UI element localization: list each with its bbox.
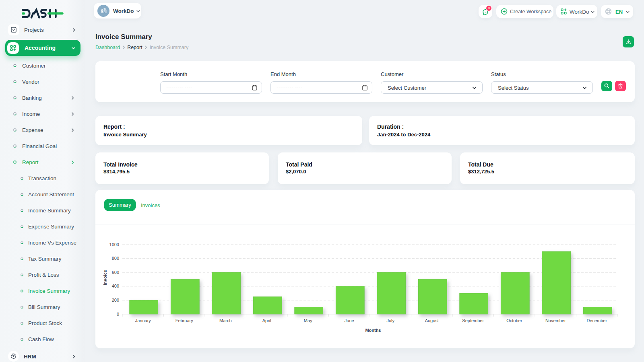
svg-text:200: 200 bbox=[112, 298, 119, 302]
svg-text:400: 400 bbox=[112, 284, 119, 288]
svg-text:March: March bbox=[219, 318, 232, 323]
svg-text:Invoice: Invoice bbox=[103, 270, 107, 285]
svg-text:June: June bbox=[345, 318, 354, 323]
svg-text:0: 0 bbox=[117, 312, 119, 317]
svg-text:December: December bbox=[586, 318, 607, 323]
svg-text:600: 600 bbox=[112, 270, 119, 275]
svg-text:August: August bbox=[425, 318, 439, 323]
svg-text:January: January bbox=[135, 318, 151, 323]
svg-text:Months: Months bbox=[365, 328, 381, 333]
svg-text:February: February bbox=[175, 318, 194, 323]
svg-text:September: September bbox=[462, 318, 484, 323]
svg-text:April: April bbox=[262, 318, 271, 323]
svg-text:May: May bbox=[304, 318, 312, 323]
svg-text:800: 800 bbox=[112, 256, 119, 261]
svg-text:July: July bbox=[386, 318, 394, 323]
svg-text:1000: 1000 bbox=[109, 242, 119, 247]
svg-text:October: October bbox=[506, 318, 522, 323]
svg-text:November: November bbox=[545, 318, 566, 323]
